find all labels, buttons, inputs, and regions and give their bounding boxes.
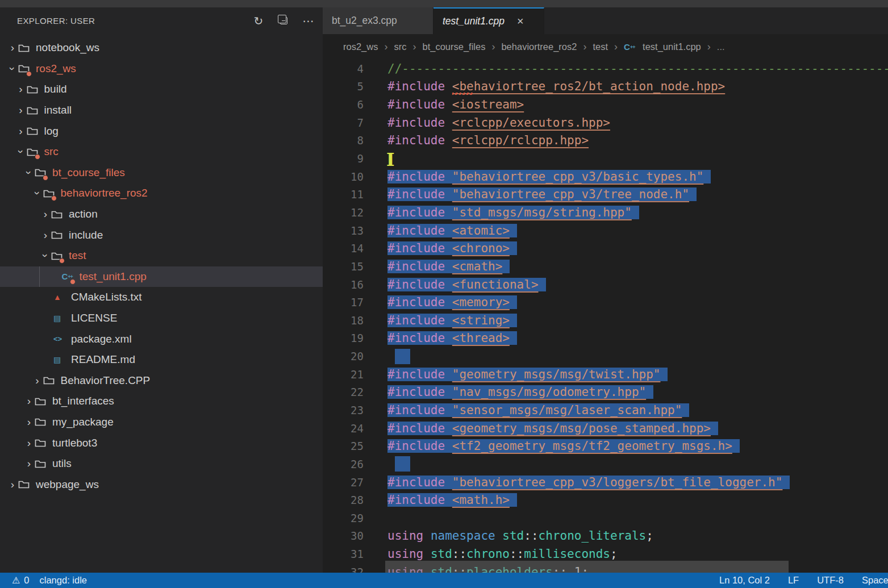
line-number[interactable]: 27 (323, 476, 364, 489)
tree-item-notebook-ws[interactable]: ›notebook_ws (0, 37, 323, 59)
code-line[interactable]: 16#include <functional> (323, 276, 888, 294)
tree-item-bt-course-files[interactable]: ›bt_course_files (0, 162, 323, 184)
tree-item-license[interactable]: ▤LICENSE (0, 308, 323, 329)
breadcrumb-item-src[interactable]: src (394, 41, 406, 52)
line-number[interactable]: 18 (323, 314, 364, 327)
status-item-clangd-idle[interactable]: clangd: idle (35, 573, 92, 588)
status-item-Ln-10-Col-2[interactable]: Ln 10, Col 2 (714, 573, 775, 588)
code-line[interactable]: 23#include "sensor_msgs/msg/laser_scan.h… (323, 401, 888, 419)
tree-item-webpage-ws[interactable]: ›webpage_ws (0, 474, 323, 495)
tree-item-package-xml[interactable]: <>package.xml (0, 328, 323, 349)
code-line[interactable]: 28#include <math.h> (323, 491, 888, 509)
line-number[interactable]: 22 (323, 386, 364, 398)
line-number[interactable]: 10 (323, 170, 364, 183)
code-line[interactable]: 12#include "std_msgs/msg/string.hpp" (323, 203, 888, 222)
tree-item-test[interactable]: ›test (0, 245, 323, 266)
code-line[interactable]: 30using namespace std::chrono_literals; (323, 527, 888, 545)
code-line[interactable]: 11#include "behaviortree_cpp_v3/tree_nod… (323, 185, 888, 203)
code-line[interactable]: 27#include "behaviortree_cpp_v3/loggers/… (323, 473, 888, 491)
breadcrumb-item-test-unit1-cpp[interactable]: C++test_unit1.cpp (624, 41, 701, 53)
line-number[interactable]: 29 (323, 512, 364, 524)
line-number[interactable]: 24 (323, 422, 364, 435)
code-line[interactable]: 21#include "geometry_msgs/msg/twist.hpp" (323, 365, 888, 383)
breadcrumb-item-test[interactable]: test (593, 41, 608, 52)
tree-item-include[interactable]: ›include (0, 224, 323, 245)
tab-test-unit1-cpp[interactable]: test_unit1.cpp× (433, 7, 544, 34)
line-number[interactable]: 25 (323, 440, 364, 452)
tree-item-behaviortree-cpp[interactable]: ›BehaviorTree.CPP (0, 370, 323, 391)
line-number[interactable]: 15 (323, 260, 364, 273)
code-line[interactable]: 20 (323, 347, 888, 365)
code-line[interactable]: 24#include <geometry_msgs/msg/pose_stamp… (323, 419, 888, 437)
code-line[interactable]: 13#include <atomic> (323, 222, 888, 240)
line-number[interactable]: 6 (323, 98, 364, 111)
code-line[interactable]: 8#include <rclcpp/rclcpp.hpp> (323, 132, 888, 150)
line-number[interactable]: 28 (323, 494, 364, 506)
refresh-icon[interactable]: ↻ (252, 15, 265, 27)
line-number[interactable]: 26 (323, 458, 364, 470)
tree-item-turtlebot3[interactable]: ›turtlebot3 (0, 432, 323, 453)
horizontal-scrollbar-thumb[interactable] (385, 561, 789, 573)
code-line[interactable]: 4//-------------------------------------… (323, 60, 888, 78)
tree-item-build[interactable]: ›build (0, 79, 323, 100)
line-number[interactable]: 9 (323, 152, 364, 165)
code-line[interactable]: 29 (323, 509, 888, 527)
line-number[interactable]: 8 (323, 134, 364, 147)
line-number[interactable]: 19 (323, 332, 364, 344)
code-line[interactable]: 22#include "nav_msgs/msg/odometry.hpp" (323, 383, 888, 402)
breadcrumb-item-behaviortree-ros2[interactable]: behaviortree_ros2 (501, 41, 577, 52)
warnings-indicator[interactable]: ⚠0 (7, 573, 35, 588)
line-number[interactable]: 17 (323, 296, 364, 308)
line-number[interactable]: 23 (323, 404, 364, 416)
code-line[interactable]: 15#include <cmath> (323, 257, 888, 276)
code-line[interactable]: 17#include <memory> (323, 293, 888, 311)
more-actions-icon[interactable]: ⋯ (302, 15, 315, 27)
line-number[interactable]: 14 (323, 242, 364, 255)
line-number[interactable]: 4 (323, 62, 364, 75)
line-number[interactable]: 20 (323, 350, 364, 362)
tree-item-utils[interactable]: ›utils (0, 453, 323, 474)
code-line[interactable]: 9 (323, 149, 888, 168)
line-number[interactable]: 13 (323, 224, 364, 237)
line-number[interactable]: 16 (323, 278, 364, 291)
code-line[interactable]: 14#include <chrono> (323, 239, 888, 257)
status-item-UTF-8[interactable]: UTF-8 (812, 573, 849, 588)
code-line[interactable]: 26 (323, 455, 888, 473)
tree-item-action[interactable]: ›action (0, 204, 323, 225)
code-line[interactable]: 18#include <string> (323, 311, 888, 330)
line-number[interactable]: 11 (323, 188, 364, 201)
tree-item-readme-md[interactable]: ▤README.md (0, 349, 323, 370)
tree-item-cmakelists-txt[interactable]: ▲CMakeLists.txt (0, 287, 323, 308)
tab-bt-u2-ex3-cpp[interactable]: bt_u2_ex3.cpp (323, 7, 433, 34)
line-number[interactable]: 21 (323, 368, 364, 381)
status-item-LF[interactable]: LF (783, 573, 804, 588)
breadcrumb-item--[interactable]: ... (717, 41, 725, 52)
code-line[interactable]: 19#include <thread> (323, 330, 888, 348)
code-line[interactable]: 10#include "behaviortree_cpp_v3/basic_ty… (323, 168, 888, 186)
line-number[interactable]: 31 (323, 548, 364, 560)
tree-item-log[interactable]: ›log (0, 120, 323, 141)
code-token: <functional> (452, 278, 539, 291)
line-number[interactable]: 30 (323, 529, 364, 542)
code-line[interactable]: 25#include <tf2_geometry_msgs/tf2_geomet… (323, 437, 888, 455)
code-line[interactable]: 5#include <behaviortree_ros2/bt_action_n… (323, 78, 888, 96)
tree-item-src[interactable]: ›src (0, 141, 323, 162)
line-number[interactable]: 32 (323, 566, 364, 573)
collapse-all-icon[interactable] (277, 15, 290, 27)
tree-item-test-unit1-cpp[interactable]: C++test_unit1.cpp (0, 266, 323, 287)
line-number[interactable]: 5 (323, 80, 364, 93)
code-editor[interactable]: 4//-------------------------------------… (323, 60, 888, 573)
tree-item-install[interactable]: ›install (0, 100, 323, 121)
close-icon[interactable]: × (517, 15, 524, 28)
code-line[interactable]: 6#include <iostream> (323, 95, 888, 114)
tree-item-ros2-ws[interactable]: ›ros2_ws (0, 59, 323, 80)
line-number[interactable]: 12 (323, 206, 364, 219)
line-number[interactable]: 7 (323, 116, 364, 129)
breadcrumb-item-ros2-ws[interactable]: ros2_ws (343, 41, 378, 52)
breadcrumb-item-bt-course-files[interactable]: bt_course_files (422, 41, 485, 52)
tree-item-bt-interfaces[interactable]: ›bt_interfaces (0, 391, 323, 412)
tree-item-my-package[interactable]: ›my_package (0, 412, 323, 433)
status-item-Spaces[interactable]: Spaces (857, 573, 888, 588)
code-line[interactable]: 7#include <rclcpp/executors.hpp> (323, 114, 888, 132)
tree-item-behaviortree-ros2[interactable]: ›behaviortree_ros2 (0, 183, 323, 204)
